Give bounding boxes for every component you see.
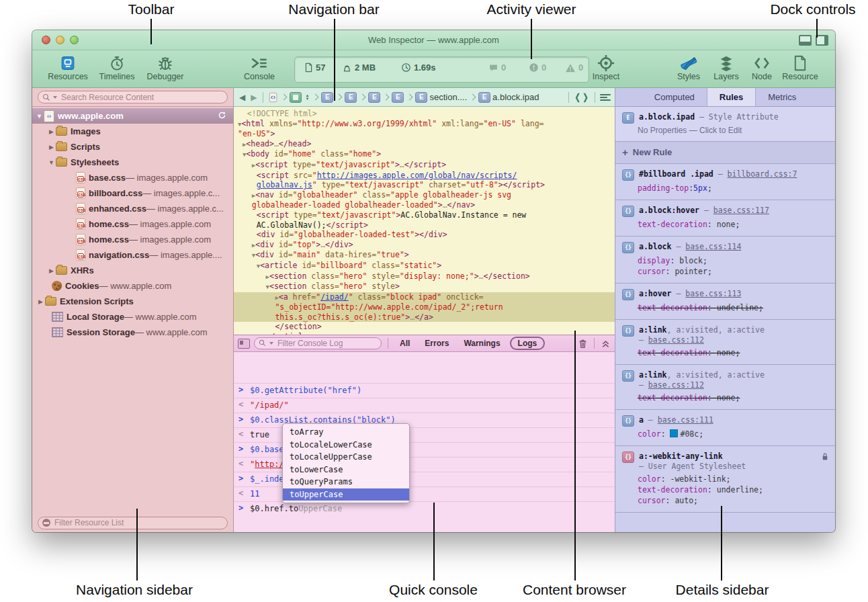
dom-tree-line[interactable]: "en-US"> — [234, 129, 615, 139]
tree-item-images[interactable]: ▶Images — [32, 124, 233, 139]
css-property[interactable]: text-decoration: none; — [638, 392, 828, 403]
dock-to-bottom-icon[interactable] — [799, 35, 812, 46]
console-scope-all[interactable]: All — [394, 338, 415, 349]
tree-item-enhanced-css[interactable]: cssenhanced.css — images.apple.c... — [32, 201, 233, 216]
trash-icon[interactable] — [578, 338, 588, 349]
stylesheet-source-link[interactable]: base.css:113 — [685, 289, 741, 298]
source-code-toggle-icon[interactable]: ❬❭ — [574, 92, 590, 102]
css-property[interactable]: text-decoration: none; — [638, 347, 828, 358]
breadcrumb-item[interactable]: Esection.... — [415, 92, 467, 103]
console-panel-icon[interactable] — [238, 339, 250, 349]
tree-item-navigation-css[interactable]: cssnavigation.css — images.apple.... — [32, 247, 233, 263]
search-scope-caret-icon[interactable] — [53, 96, 57, 99]
css-property[interactable]: color: #08c; — [638, 429, 828, 439]
style-cascade-icon[interactable] — [600, 94, 611, 101]
toolbar-button-resources[interactable]: Resources — [47, 54, 89, 81]
breadcrumb-item[interactable]: E — [345, 92, 357, 103]
disclosure-triangle-icon[interactable]: ▶ — [47, 267, 56, 274]
dom-tree-line[interactable]: this.s_oc?this.s_oc(e):true">…</a> — [234, 312, 615, 322]
tree-item-billboard-css[interactable]: cssbillboard.css — images.apple.c... — [32, 185, 233, 201]
disclosure-triangle-icon[interactable]: ▶ — [36, 298, 45, 305]
dom-tree-line[interactable]: ▼<body id="home" class="home"> — [234, 149, 615, 160]
disclosure-triangle-icon[interactable]: ▼ — [47, 159, 56, 166]
disclosure-triangle-icon[interactable]: ▶ — [47, 128, 56, 135]
breadcrumb-item[interactable]: Ea.block.ipad — [478, 92, 539, 103]
dom-tree-line[interactable]: <script type="text/javascript">AC.Global… — [234, 210, 615, 220]
console-scope-errors[interactable]: Errors — [419, 338, 454, 349]
css-property[interactable]: color: -webkit-link; — [638, 474, 828, 484]
tree-item-cookies[interactable]: Cookies — www.apple.com — [32, 278, 233, 294]
tree-item-xhrs[interactable]: ▶XHRs — [32, 263, 233, 278]
toolbar-button-console[interactable]: Console — [238, 54, 281, 81]
search-field[interactable] — [38, 91, 228, 103]
tree-item-stylesheets[interactable]: ▼Stylesheets — [32, 155, 233, 170]
tree-item-session-storage[interactable]: Session Storage — www.apple.com — [32, 325, 233, 340]
css-property[interactable]: padding-top:5px; — [638, 183, 828, 194]
dom-tree-line[interactable]: AC.GlobalNav();</script> — [234, 220, 615, 230]
tree-item-home-css[interactable]: csshome.css — images.apple.com — [32, 232, 233, 247]
css-property[interactable]: cursor: pointer; — [638, 266, 828, 277]
toolbar-button-inspect[interactable]: Inspect — [584, 54, 627, 81]
dom-tree-line[interactable]: ▶<section class="hero" style="display: n… — [234, 271, 615, 282]
dom-tree-line[interactable]: ▼<html xmlns="http://www.w3.org/1999/xht… — [234, 119, 615, 130]
stylesheet-source-link[interactable]: base.css:114 — [685, 242, 741, 251]
breadcrumb-item[interactable]: E — [368, 92, 380, 103]
tab-metrics[interactable]: Metrics — [755, 88, 808, 106]
dom-tree-line[interactable]: ▼<article id="billboard" class="static"> — [234, 261, 615, 271]
title-bar[interactable]: Web Inspector — www.apple.com — [32, 30, 835, 50]
close-button[interactable] — [42, 36, 50, 44]
dom-tree-line[interactable]: </section> — [234, 322, 615, 332]
new-rule-button[interactable]: +New Rule — [615, 142, 835, 164]
filter-scope-caret-icon[interactable] — [269, 342, 273, 345]
css-property[interactable]: text-decoration: underline; — [638, 302, 828, 313]
toolbar-button-layers[interactable]: Layers — [708, 54, 744, 81]
dom-tree-line[interactable]: ▶<div id="top">…</div> — [234, 240, 615, 251]
stylesheet-source-link[interactable]: base.css:117 — [713, 206, 769, 215]
tree-item-base-css[interactable]: cssbase.css — images.apple.com — [32, 170, 233, 185]
toolbar-button-resource[interactable]: Resource — [779, 54, 821, 81]
autocomplete-item[interactable]: toQueryParams — [283, 476, 409, 488]
disclosure-triangle-icon[interactable]: ▼ — [35, 113, 44, 120]
stylesheet-source-link[interactable]: billboard.css:7 — [728, 169, 797, 179]
chevrons-up-icon[interactable] — [601, 339, 611, 348]
autocomplete-item[interactable]: toLocaleUpperCase — [283, 451, 409, 464]
toolbar-button-timelines[interactable]: Timelines — [95, 54, 138, 81]
tree-item-home-css[interactable]: csshome.css — images.apple.com — [32, 216, 233, 232]
root-element-icon[interactable] — [290, 92, 302, 103]
tree-item-www-apple-com[interactable]: ▼‹›www.apple.com — [32, 108, 233, 124]
tab-computed[interactable]: Computed — [642, 88, 707, 106]
dom-tree-line[interactable]: "s_objectID="http://www.apple.com/ipad/_… — [234, 302, 615, 312]
stylesheet-source-link[interactable]: base.css:111 — [658, 415, 713, 425]
stylesheet-source-link[interactable]: base.css:112 — [648, 380, 704, 390]
toolbar-button-debugger[interactable]: Debugger — [144, 54, 187, 81]
dom-tree-line[interactable]: ▼<section class="hero" style> — [234, 282, 615, 292]
tab-rules[interactable]: Rules — [707, 88, 755, 106]
doc-code-icon[interactable] — [268, 92, 278, 103]
console-filter-field[interactable] — [254, 337, 382, 349]
zoom-button[interactable] — [70, 36, 79, 44]
autocomplete-item[interactable]: toLowerCase — [283, 464, 409, 476]
no-properties-note[interactable]: No Properties — Click to Edit — [638, 126, 828, 135]
dom-tree-line[interactable]: ▶<head>…</head> — [234, 139, 615, 150]
dom-tree-line[interactable]: ▶<a href="/ipad/" class="block ipad" onc… — [234, 292, 615, 303]
console-scope-logs[interactable]: Logs — [510, 337, 546, 350]
filter-field[interactable] — [38, 517, 228, 529]
autocomplete-item[interactable]: toArray — [283, 426, 409, 439]
dom-tree-line[interactable]: <div id="globalheader-loaded-test"></div… — [234, 230, 615, 240]
forward-button[interactable]: ▶ — [249, 93, 258, 102]
reload-icon[interactable] — [218, 111, 226, 120]
dom-tree-line[interactable]: <!DOCTYPE html> — [234, 109, 615, 119]
dom-tree-line[interactable]: ▼<div id="main" data-hires="true"> — [234, 250, 615, 261]
dom-tree-line[interactable]: ▶<nav id="globalheader" class="apple glo… — [234, 190, 615, 201]
back-button[interactable]: ◀ — [238, 93, 247, 102]
toolbar-button-node[interactable]: Node — [744, 54, 779, 81]
disclosure-triangle-icon[interactable]: ▶ — [47, 144, 56, 150]
toolbar-button-styles[interactable]: Styles — [670, 54, 707, 81]
autocomplete-item[interactable]: toUpperCase — [283, 488, 409, 501]
search-input[interactable] — [60, 92, 223, 103]
breadcrumb-item[interactable]: E — [321, 92, 333, 103]
minimize-button[interactable] — [56, 36, 64, 44]
console-scope-warnings[interactable]: Warnings — [458, 338, 505, 349]
console-filter-input[interactable] — [276, 338, 383, 349]
tree-item-scripts[interactable]: ▶Scripts — [32, 139, 233, 155]
